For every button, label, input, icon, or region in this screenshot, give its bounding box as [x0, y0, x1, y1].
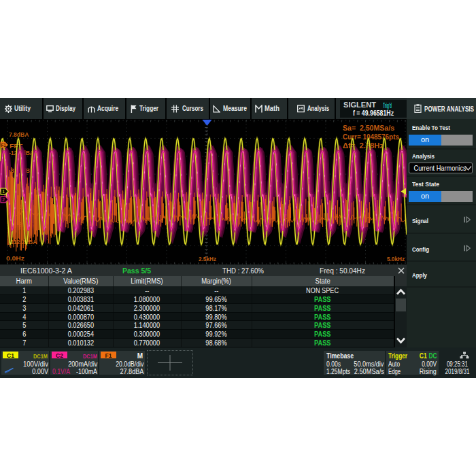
- svg-text:Δf= 2.38Hz: Δf= 2.38Hz: [343, 141, 384, 150]
- svg-text:5.0kHz: 5.0kHz: [387, 255, 405, 262]
- svg-text:2.5kHz: 2.5kHz: [199, 255, 216, 262]
- svg-text:1: 1: [2, 189, 5, 194]
- svg-text:0.0Hz: 0.0Hz: [6, 254, 24, 262]
- svg-text:Sa= 2.50MSa/s: Sa= 2.50MSa/s: [343, 124, 394, 132]
- svg-text:2: 2: [2, 197, 5, 202]
- svg-text:F1: F1: [1, 143, 7, 148]
